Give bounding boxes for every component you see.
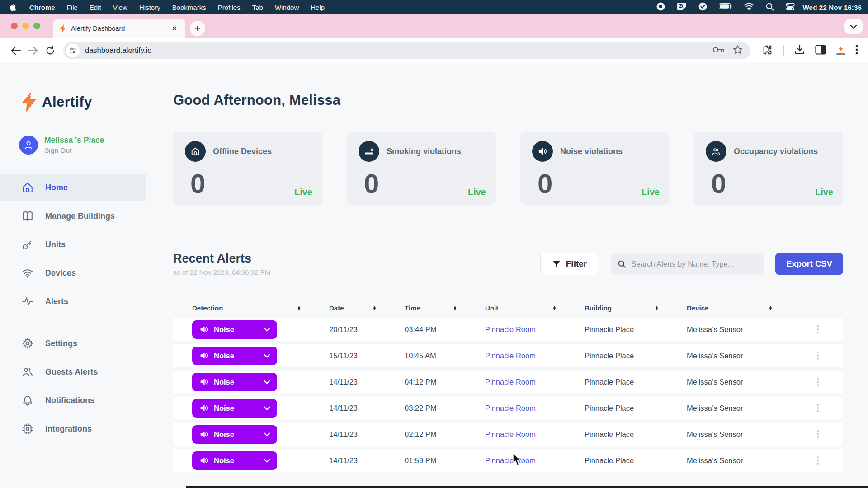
- sort-icon[interactable]: ▲▼: [552, 306, 557, 310]
- forward-button[interactable]: [24, 42, 42, 59]
- unit-link[interactable]: Pinnacle Room: [485, 325, 536, 333]
- menu-chrome[interactable]: Chrome: [24, 4, 61, 11]
- menu-help[interactable]: Help: [305, 4, 330, 11]
- menu-edit[interactable]: Edit: [84, 4, 107, 11]
- screen-share-icon[interactable]: [677, 2, 687, 12]
- checkmark-status-icon[interactable]: [698, 2, 707, 12]
- detection-label: Noise: [214, 430, 259, 439]
- sidebar-nav: Home Manage Buildings Units Devices Aler…: [0, 174, 146, 442]
- url-text[interactable]: dashboard.alertify.io: [85, 46, 712, 55]
- sort-icon[interactable]: ▲▼: [297, 306, 301, 310]
- zoom-window-button[interactable]: [33, 23, 40, 29]
- row-menu-button[interactable]: [813, 404, 822, 412]
- sort-icon[interactable]: ▲▼: [373, 306, 377, 310]
- back-button[interactable]: [7, 42, 24, 59]
- sidebar-item-units[interactable]: Units: [0, 231, 146, 258]
- alert-building: Pinnacle Place: [585, 352, 687, 360]
- reload-button[interactable]: [42, 42, 59, 59]
- card-value: 0: [364, 168, 379, 199]
- sidebar-item-settings[interactable]: Settings: [0, 330, 146, 357]
- sign-out-link[interactable]: Sign Out: [44, 146, 104, 155]
- tab-search-button[interactable]: [844, 19, 863, 34]
- book-icon: [22, 210, 33, 222]
- filter-button[interactable]: Filter: [540, 253, 599, 275]
- menu-tab[interactable]: Tab: [246, 4, 269, 11]
- sidebar-item-notifications[interactable]: Notifications: [0, 387, 146, 413]
- new-tab-button[interactable]: +: [190, 21, 205, 36]
- address-bar[interactable]: dashboard.alertify.io: [63, 42, 750, 59]
- unit-link[interactable]: Pinnacle Room: [485, 352, 536, 360]
- record-status-icon[interactable]: [656, 2, 665, 12]
- alertify-favicon-icon: [60, 24, 66, 33]
- detection-dropdown[interactable]: Noise: [192, 399, 277, 418]
- menu-window[interactable]: Window: [269, 4, 305, 11]
- column-header-date[interactable]: Date▲▼: [329, 304, 405, 312]
- alertify-extension-button[interactable]: Alertify: [836, 46, 845, 55]
- sidebar-item-alerts[interactable]: Alerts: [0, 288, 146, 314]
- column-header-unit[interactable]: Unit▲▼: [485, 304, 585, 312]
- wifi-icon[interactable]: [744, 3, 754, 12]
- detection-dropdown[interactable]: Noise: [192, 373, 277, 391]
- menu-file[interactable]: File: [61, 4, 84, 11]
- detection-dropdown[interactable]: Noise: [192, 451, 277, 470]
- unit-link[interactable]: Pinnacle Room: [485, 456, 536, 465]
- avatar[interactable]: [19, 136, 38, 155]
- export-csv-button[interactable]: Export CSV: [775, 253, 843, 275]
- users-icon: [22, 366, 33, 378]
- sidebar-item-guests-alerts[interactable]: Guests Alerts: [0, 359, 146, 385]
- unit-link[interactable]: Pinnacle Room: [485, 404, 536, 412]
- close-window-button[interactable]: [11, 23, 18, 29]
- spotlight-search-icon[interactable]: [766, 3, 774, 12]
- browser-tab[interactable]: Alertify Dashboard ✕: [53, 19, 185, 38]
- menu-view[interactable]: View: [107, 4, 133, 11]
- alert-device: Melissa’s Sensor: [687, 430, 801, 439]
- menu-profiles[interactable]: Profiles: [212, 4, 246, 11]
- bookmark-star-icon[interactable]: [733, 45, 742, 56]
- site-settings-icon[interactable]: [66, 44, 80, 57]
- chevron-down-icon: [264, 406, 270, 410]
- window-controls: [11, 23, 40, 29]
- row-menu-button[interactable]: [813, 430, 822, 438]
- detection-dropdown[interactable]: Noise: [192, 425, 277, 444]
- row-menu-button[interactable]: [813, 325, 822, 333]
- sort-icon[interactable]: ▲▼: [453, 306, 457, 310]
- column-header-detection[interactable]: Detection▲▼: [192, 304, 329, 312]
- detection-dropdown[interactable]: Noise: [192, 347, 277, 365]
- row-menu-button[interactable]: [813, 456, 822, 465]
- unit-link[interactable]: Pinnacle Room: [485, 430, 536, 438]
- browser-menu-icon[interactable]: [855, 44, 858, 57]
- side-panel-icon[interactable]: [815, 45, 826, 56]
- sidebar-item-home[interactable]: Home: [0, 174, 146, 201]
- menu-bookmarks[interactable]: Bookmarks: [166, 4, 212, 11]
- user-name[interactable]: Melissa 's Place: [44, 136, 104, 145]
- sidebar-item-manage-buildings[interactable]: Manage Buildings: [0, 203, 146, 229]
- dashboard-page: Alertify Melissa 's Place Sign Out Home …: [0, 63, 868, 488]
- alertify-logo: Alertify: [0, 92, 146, 112]
- column-header-time[interactable]: Time▲▼: [405, 304, 485, 312]
- minimize-window-button[interactable]: [22, 23, 29, 29]
- tab-close-icon[interactable]: ✕: [170, 23, 179, 33]
- detection-dropdown[interactable]: Noise: [192, 320, 277, 339]
- apple-menu[interactable]: [10, 3, 17, 11]
- live-badge: Live: [815, 187, 833, 197]
- sidebar-item-integrations[interactable]: Integrations: [0, 416, 146, 442]
- control-center-icon[interactable]: [786, 3, 795, 12]
- row-menu-button[interactable]: [813, 352, 822, 360]
- menubar-clock[interactable]: Wed 22 Nov 16:36: [803, 4, 862, 11]
- page-title: Good Afternoon, Melissa: [173, 92, 843, 108]
- sort-icon[interactable]: ▲▼: [655, 306, 659, 310]
- column-header-building[interactable]: Building▲▼: [585, 304, 687, 312]
- unit-link[interactable]: Pinnacle Room: [485, 378, 536, 386]
- sidebar-item-devices[interactable]: Devices: [0, 260, 146, 286]
- password-key-icon[interactable]: [712, 47, 724, 55]
- column-header-device[interactable]: Device▲▼: [687, 304, 801, 312]
- menu-history[interactable]: History: [133, 4, 166, 11]
- extensions-puzzle-icon[interactable]: [762, 44, 773, 57]
- card-smoking-violations: Smoking violations 0 Live: [347, 132, 496, 205]
- row-menu-button[interactable]: [813, 378, 822, 386]
- alerts-table: Detection▲▼ Date▲▼ Time▲▼ Unit▲▼ Buildin…: [173, 300, 843, 472]
- downloads-icon[interactable]: [794, 44, 805, 57]
- alertify-bolt-icon: [20, 92, 38, 112]
- search-input[interactable]: [631, 260, 756, 268]
- sort-icon[interactable]: ▲▼: [769, 306, 773, 310]
